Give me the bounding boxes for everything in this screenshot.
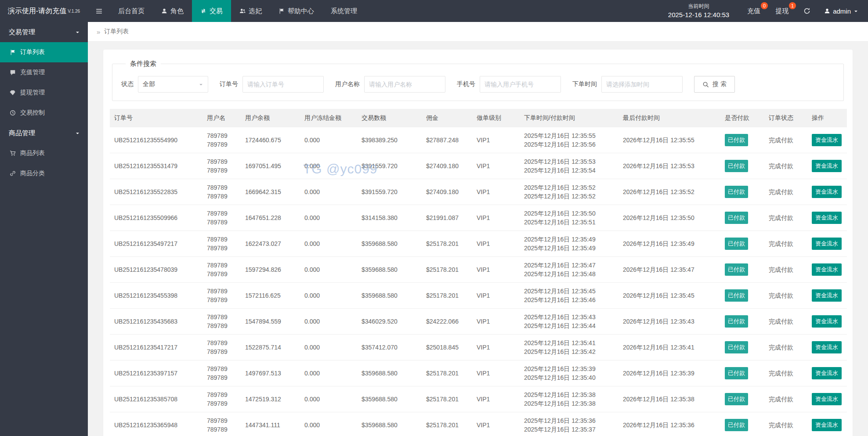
col-last-pay-time: 最后付款时间 xyxy=(618,109,720,127)
table-row: UB2512161235497217 789789 789789 1622473… xyxy=(110,231,847,257)
col-actions: 操作 xyxy=(807,109,847,127)
content-card: 条件搜索 状态 全部 订单号 用户名称 手 xyxy=(103,50,853,436)
cell-actions: 资金流水 xyxy=(807,257,847,283)
search-button[interactable]: 搜 索 xyxy=(694,76,735,93)
cell-order-no: UB2512161235455398 xyxy=(110,283,203,309)
fund-flow-button[interactable]: 资金流水 xyxy=(812,419,842,431)
cell-balance: 1724460.675 xyxy=(241,127,300,153)
nav-label: 后台首页 xyxy=(118,7,145,15)
nav-item-select[interactable]: 选妃 xyxy=(231,0,270,22)
user-icon xyxy=(161,8,167,14)
cell-frozen: 0.000 xyxy=(300,153,357,179)
sidebar-item-product-list[interactable]: 商品列表 xyxy=(0,143,88,163)
fund-flow-button[interactable]: 资金流水 xyxy=(812,134,842,146)
fund-flow-button[interactable]: 资金流水 xyxy=(812,289,842,302)
sidebar-group-trade-management[interactable]: 交易管理 xyxy=(0,22,88,42)
username: admin xyxy=(833,7,851,15)
cell-level: VIP1 xyxy=(472,127,520,153)
order-time-label: 下单时间 xyxy=(572,80,597,88)
cell-level: VIP1 xyxy=(472,179,520,205)
chevron-down-icon xyxy=(199,82,203,87)
cell-actions: 资金流水 xyxy=(807,231,847,257)
cell-balance: 1497697.513 xyxy=(241,360,300,386)
fund-flow-button[interactable]: 资金流水 xyxy=(812,367,842,379)
fund-flow-button[interactable]: 资金流水 xyxy=(812,238,842,250)
paid-badge: 已付款 xyxy=(725,393,748,405)
user-menu[interactable]: admin xyxy=(818,0,868,22)
order-time-input[interactable] xyxy=(601,76,683,93)
fund-flow-button[interactable]: 资金流水 xyxy=(812,212,842,224)
cell-username: 789789 789789 xyxy=(203,309,241,335)
cell-status: 完成付款 xyxy=(764,309,807,335)
refresh-icon xyxy=(803,7,810,14)
cell-amount: $391559.720 xyxy=(357,153,422,179)
col-paid: 是否付款 xyxy=(720,109,764,127)
menu-item-label: 商品列表 xyxy=(20,149,45,157)
nav-item-trade[interactable]: 交易 xyxy=(192,0,231,22)
diamond-icon xyxy=(10,90,16,96)
sidebar-item-trade-control[interactable]: 交易控制 xyxy=(0,103,88,123)
cell-status: 完成付款 xyxy=(764,205,807,231)
fund-flow-button[interactable]: 资金流水 xyxy=(812,315,842,328)
cell-username: 789789 789789 xyxy=(203,179,241,205)
cell-order-no: UB2512161235522835 xyxy=(110,179,203,205)
nav-item-dashboard[interactable]: 后台首页 xyxy=(110,0,153,22)
cell-status: 完成付款 xyxy=(764,257,807,283)
cell-commission: $27409.180 xyxy=(422,153,472,179)
fund-flow-button[interactable]: 资金流水 xyxy=(812,186,842,198)
cell-commission: $27887.248 xyxy=(422,127,472,153)
cell-paid: 已付款 xyxy=(720,386,764,412)
recharge-button[interactable]: 充值 0 xyxy=(740,0,768,22)
fund-flow-button[interactable]: 资金流水 xyxy=(812,393,842,405)
search-button-label: 搜 索 xyxy=(712,80,727,88)
sidebar-group-product-management[interactable]: 商品管理 xyxy=(0,123,88,143)
cell-level: VIP1 xyxy=(472,205,520,231)
status-select-value: 全部 xyxy=(143,80,155,88)
sidebar-item-order-list[interactable]: 订单列表 xyxy=(0,42,88,62)
nav-item-system[interactable]: 系统管理 xyxy=(322,0,365,22)
cell-commission: $25178.201 xyxy=(422,386,472,412)
time-value: 2025-12-16 12:40:53 xyxy=(668,10,729,19)
cell-frozen: 0.000 xyxy=(300,231,357,257)
cell-actions: 资金流水 xyxy=(807,412,847,436)
cell-last-pay-time: 2026年12月16日 12:35:53 xyxy=(618,153,720,179)
table-row: UB2512161235435683 789789 789789 1547894… xyxy=(110,309,847,335)
col-commission: 佣金 xyxy=(422,109,472,127)
table-row: UB2512161235522835 789789 789789 1669642… xyxy=(110,179,847,205)
cell-balance: 1447341.111 xyxy=(241,412,300,436)
phone-input[interactable] xyxy=(480,76,561,93)
link-icon xyxy=(10,170,16,177)
breadcrumb: » 订单列表 xyxy=(88,22,868,42)
order-no-input[interactable] xyxy=(242,76,324,93)
cell-commission: $25178.201 xyxy=(422,257,472,283)
cell-last-pay-time: 2026年12月16日 12:35:45 xyxy=(618,283,720,309)
paid-badge: 已付款 xyxy=(725,263,748,276)
cell-order-no: UB2512161235385708 xyxy=(110,386,203,412)
menu-toggle-button[interactable] xyxy=(88,0,110,22)
cell-last-pay-time: 2026年12月16日 12:35:50 xyxy=(618,205,720,231)
cell-order-no: UB2512161235497217 xyxy=(110,231,203,257)
cell-frozen: 0.000 xyxy=(300,309,357,335)
withdraw-button[interactable]: 提现 1 xyxy=(768,0,796,22)
refresh-button[interactable] xyxy=(796,0,818,22)
sidebar-item-withdraw-management[interactable]: 提现管理 xyxy=(0,83,88,103)
status-select[interactable]: 全部 xyxy=(138,76,208,93)
fund-flow-button[interactable]: 资金流水 xyxy=(812,160,842,172)
sidebar-item-product-category[interactable]: 商品分类 xyxy=(0,163,88,184)
cell-order-time: 2025年12月16日 12:35:39 2025年12月16日 12:35:4… xyxy=(520,360,618,386)
cell-frozen: 0.000 xyxy=(300,205,357,231)
cell-paid: 已付款 xyxy=(720,205,764,231)
fund-flow-button[interactable]: 资金流水 xyxy=(812,341,842,353)
nav-item-help[interactable]: 帮助中心 xyxy=(270,0,322,22)
username-input[interactable] xyxy=(364,76,445,93)
sidebar-item-recharge-management[interactable]: 充值管理 xyxy=(0,62,88,83)
topbar: 演示使用-请勿充值 V.1.26 后台首页 角色 交易 选妃 xyxy=(0,0,868,22)
nav-item-roles[interactable]: 角色 xyxy=(153,0,192,22)
cell-order-no: UB2512161235554990 xyxy=(110,127,203,153)
flag-icon xyxy=(10,49,16,55)
cell-last-pay-time: 2026年12月16日 12:35:36 xyxy=(618,412,720,436)
cell-commission: $25178.201 xyxy=(422,231,472,257)
search-form: 状态 全部 订单号 用户名称 手机号 xyxy=(121,76,835,93)
cell-order-time: 2025年12月16日 12:35:41 2025年12月16日 12:35:4… xyxy=(520,335,618,360)
fund-flow-button[interactable]: 资金流水 xyxy=(812,263,842,276)
